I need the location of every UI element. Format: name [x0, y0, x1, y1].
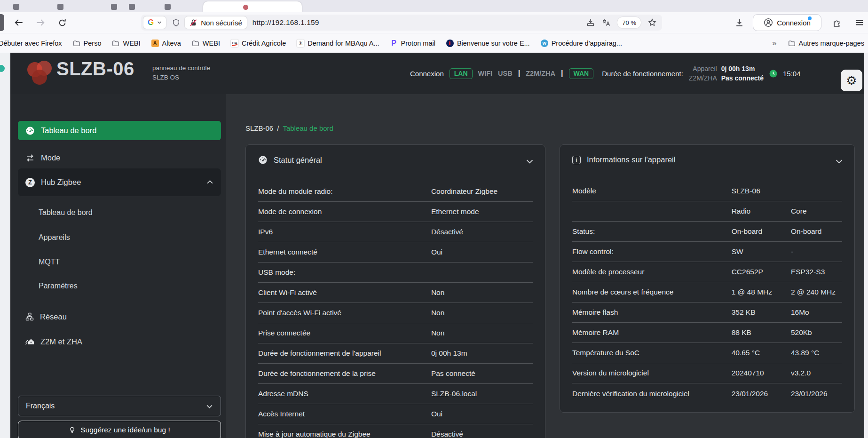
connection-status-row: Connexion LAN WIFI USB | Z2M/ZHA | WAN D…: [410, 53, 830, 94]
card-title: Statut général: [274, 156, 322, 165]
save-page-icon[interactable]: [586, 18, 595, 27]
row-core-value: 520Kb: [791, 328, 842, 337]
bookmark-item[interactable]: Débuter avec Firefox: [0, 40, 62, 47]
bookmark-item[interactable]: Perso: [73, 40, 102, 47]
separator: |: [518, 69, 520, 78]
device-info-card: i Informations sur l'appareil ModèleSLZB…: [560, 144, 855, 413]
sidebar-subitem-hub-dashboard[interactable]: Tableau de bord: [18, 204, 221, 221]
back-button[interactable]: [13, 17, 24, 28]
firefox-signin-button[interactable]: Connexion: [753, 14, 821, 31]
sidebar-item-z2m-zha[interactable]: Z2M et ZHA: [18, 333, 221, 350]
sidebar-item-mode[interactable]: Mode: [18, 148, 221, 167]
row-label: Ethernet connecté: [258, 248, 431, 256]
row-radio-value: 1 @ 48 MHz: [732, 288, 791, 296]
bookmarks-overflow-button[interactable]: »: [772, 39, 776, 48]
table-row: Mode de connexionEthernet mode: [258, 202, 533, 222]
row-label: Mémoire RAM: [572, 328, 732, 337]
row-radio-value: SLZB-06: [732, 187, 791, 195]
row-label: Mise à jour automatique du Zigbee: [258, 430, 431, 438]
bookmark-item[interactable]: ✳ Demand for MBAqu A...: [297, 40, 379, 47]
collapse-chevron-icon[interactable]: [835, 157, 843, 165]
row-radio-value: 40.65 °C: [732, 349, 791, 357]
row-label: Dernière vérification du micrologiciel: [572, 390, 732, 398]
bookmark-item[interactable]: P Proton mail: [390, 40, 435, 47]
sidebar-item-hub-zigbee[interactable]: Z Hub Zigbee: [18, 168, 221, 196]
row-value: Désactivé: [431, 430, 533, 438]
row-core-value: 43.89 °C: [791, 349, 842, 357]
subtitle-line2: SLZB OS: [152, 73, 210, 82]
url-text[interactable]: http://192.168.1.159: [253, 18, 319, 27]
bookmark-item[interactable]: A Alteva: [151, 40, 181, 47]
row-value: Ethernet mode: [431, 207, 533, 216]
language-select[interactable]: Français: [18, 396, 221, 416]
bookmark-label: WEBI: [123, 40, 140, 47]
sidebar-item-label: Mode: [41, 153, 60, 162]
bookmark-item[interactable]: Bienvenue sur votre E...: [446, 40, 530, 47]
uptime-z2m-label: Z2M/ZHA: [689, 73, 717, 83]
sidebar-item-network[interactable]: Réseau: [18, 308, 221, 325]
security-indicator[interactable]: Non sécurisé: [185, 16, 247, 29]
search-engine-chip[interactable]: G: [143, 16, 166, 29]
sidebar-subitem-mqtt[interactable]: MQTT: [18, 254, 221, 271]
clock-icon: [769, 70, 777, 78]
lightbulb-icon: [69, 427, 76, 434]
bookmark-star-icon[interactable]: [648, 18, 656, 27]
folder-icon: [73, 40, 80, 47]
table-row: Status:On-boardOn-board: [572, 222, 842, 242]
extensions-button[interactable]: [831, 17, 843, 28]
reload-button[interactable]: [56, 17, 68, 28]
active-tab[interactable]: [203, 1, 302, 12]
openai-logo-icon: ✳: [297, 40, 304, 47]
row-label: Adresse mDNS: [258, 390, 431, 398]
network-icon: [25, 312, 34, 321]
bookmark-item[interactable]: WEBI: [112, 40, 140, 47]
smart-home-icon: [25, 337, 34, 346]
background-tab-favicon[interactable]: [13, 4, 19, 10]
shield-icon[interactable]: [172, 19, 180, 27]
breadcrumb-current[interactable]: Tableau de bord: [283, 124, 333, 132]
forward-button[interactable]: [35, 17, 46, 28]
bookmark-item[interactable]: Autres marque-pages: [788, 40, 864, 47]
gauge-icon: [258, 155, 268, 165]
table-row: Durée de fonctionnement de l'appareil0j …: [258, 343, 533, 364]
zoom-level-badge[interactable]: 70 %: [617, 17, 641, 28]
table-row: Mémoire RAM88 KB520Kb: [572, 323, 842, 343]
reload-icon: [58, 18, 67, 27]
table-row: ModèleSLZB-06: [572, 181, 842, 201]
bookmark-label: Crédit Agricole: [242, 40, 286, 47]
background-tab-favicon[interactable]: [57, 4, 63, 10]
row-label: Durée de fonctionnement de la prise: [258, 369, 431, 378]
address-bar[interactable]: G Non sécurisé http://192.168.1.159 70 %: [141, 15, 662, 31]
row-value: 0j 00h 13m: [431, 349, 533, 358]
row-radio-value: 20240710: [732, 369, 791, 377]
general-status-card: Statut général Mode du module radio:Coor…: [245, 144, 545, 438]
suggest-button-label: Suggérez une idée/un bug !: [80, 426, 170, 434]
suggest-idea-button[interactable]: Suggérez une idée/un bug !: [18, 421, 221, 438]
sidebar-subitem-devices[interactable]: Appareils: [18, 229, 221, 246]
table-row: Mémoire flash352 KB16Mo: [572, 303, 842, 323]
bookmark-item[interactable]: WEBI: [192, 40, 220, 47]
collapse-chevron-icon[interactable]: [526, 157, 534, 165]
sidebar-item-label: Tableau de bord: [41, 126, 96, 135]
sidebar-item-dashboard[interactable]: Tableau de bord: [18, 121, 221, 140]
settings-button[interactable]: ⚙: [841, 70, 862, 91]
menu-button[interactable]: [854, 17, 865, 28]
table-row: Point d'accès Wi-Fi activéNon: [258, 303, 533, 323]
scrollbar-track[interactable]: [864, 53, 868, 438]
row-radio-value: On-board: [732, 227, 791, 236]
chevron-down-icon: [157, 20, 162, 25]
bookmark-item[interactable]: CA Crédit Agricole: [231, 40, 286, 47]
background-tab-favicon[interactable]: [165, 4, 171, 10]
background-tab-favicon[interactable]: [129, 4, 135, 10]
sidebar-subitem-settings[interactable]: Paramètres: [18, 278, 221, 295]
gear-icon: ⚙: [846, 73, 857, 88]
row-label: Mode du module radio:: [258, 187, 431, 196]
translate-icon[interactable]: [602, 18, 610, 27]
background-tab-favicon[interactable]: [111, 4, 117, 10]
active-tab-favicon: [243, 5, 248, 10]
usb-status-label: USB: [498, 70, 513, 77]
sidebar-item-label: Hub Zigbee: [41, 178, 81, 187]
browser-tab-strip: [0, 0, 868, 12]
bookmark-item[interactable]: W Procédure d'appairag...: [541, 40, 622, 47]
downloads-button[interactable]: [734, 17, 745, 28]
